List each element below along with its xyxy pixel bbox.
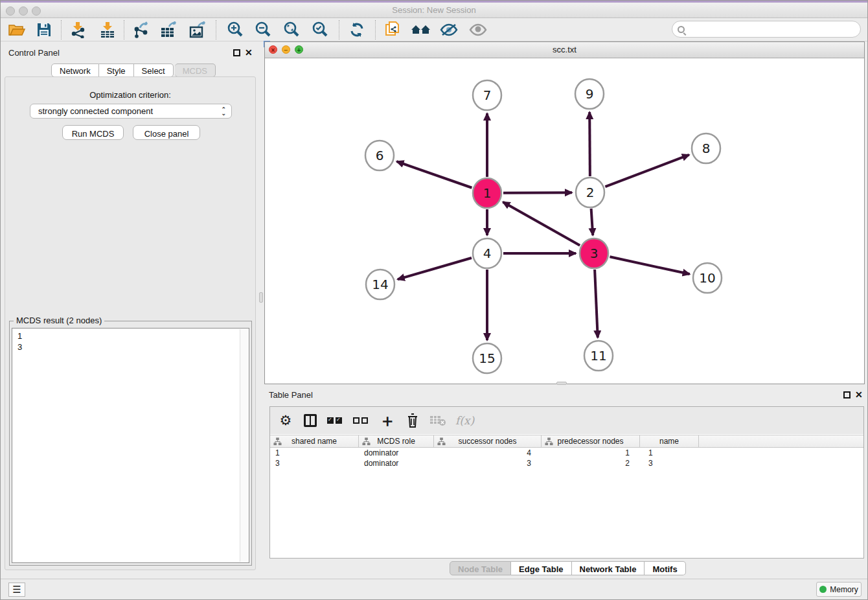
- gear-icon: ⚙: [280, 413, 292, 428]
- zoom-selected-button[interactable]: [308, 20, 332, 40]
- export-image-button[interactable]: [186, 20, 211, 40]
- graph-edge-1-2[interactable]: [503, 192, 572, 193]
- table-panel-header: Table Panel ✕: [261, 388, 868, 402]
- graph-edge-4-14[interactable]: [398, 258, 472, 279]
- network-canvas[interactable]: 7968124314101511: [265, 58, 864, 384]
- graph-node-label-14: 14: [372, 277, 388, 292]
- cell-mcds-role[interactable]: dominator: [359, 459, 434, 469]
- select-all-button[interactable]: [327, 411, 344, 430]
- export-table-button[interactable]: [157, 20, 181, 40]
- toolbar-separator: [375, 20, 376, 40]
- vertical-splitter-handle[interactable]: [259, 292, 263, 303]
- float-table-panel-icon[interactable]: [843, 391, 851, 398]
- search-box[interactable]: [672, 21, 861, 38]
- tab-select[interactable]: Select: [134, 63, 174, 77]
- criterion-dropdown[interactable]: strongly connected component ⌃⌄: [30, 104, 232, 119]
- close-panel-button[interactable]: Close panel: [133, 125, 200, 140]
- tab-network[interactable]: Network: [51, 63, 99, 77]
- export-network-button[interactable]: [129, 20, 154, 40]
- column-header-successor-nodes[interactable]: successor nodes: [434, 435, 542, 447]
- close-table-panel-icon[interactable]: ✕: [855, 389, 863, 400]
- table-row[interactable]: 3 dominator 3 2 3: [270, 459, 863, 469]
- tab-edge-table[interactable]: Edge Table: [511, 561, 571, 575]
- function-icon: f(x): [455, 414, 474, 427]
- column-header-name[interactable]: name: [640, 435, 699, 447]
- zoom-in-button[interactable]: [223, 20, 247, 40]
- search-icon: [678, 26, 685, 33]
- cell-name[interactable]: 3: [640, 459, 699, 469]
- cell-predecessor-nodes[interactable]: 1: [542, 448, 640, 459]
- cell-name[interactable]: 1: [640, 448, 699, 459]
- show-preview-button[interactable]: [466, 20, 490, 40]
- criterion-value: strongly connected component: [38, 106, 221, 116]
- graph-node-label-3: 3: [590, 246, 599, 261]
- task-history-button[interactable]: ☰: [8, 583, 25, 597]
- graph-edge-2-9[interactable]: [589, 112, 590, 176]
- float-panel-icon[interactable]: [233, 49, 240, 56]
- cell-shared-name[interactable]: 3: [270, 459, 359, 469]
- toolbar-separator: [124, 20, 124, 40]
- status-bar: ☰ Memory: [1, 579, 867, 599]
- table-row[interactable]: 1 dominator 4 1 1: [270, 448, 863, 459]
- zoom-out-button[interactable]: [251, 20, 275, 40]
- network-window-titlebar[interactable]: × − + scc.txt: [265, 42, 864, 58]
- hierarchy-icon: [273, 437, 282, 446]
- cell-predecessor-nodes[interactable]: 2: [542, 459, 640, 469]
- cell-successor-nodes[interactable]: 3: [434, 459, 542, 469]
- mcds-result-text[interactable]: 1 3: [12, 328, 249, 563]
- node-table-container: ⚙ ＋: [269, 406, 864, 559]
- titlebar[interactable]: Session: New Session: [1, 3, 867, 18]
- close-panel-icon[interactable]: ✕: [245, 47, 253, 58]
- column-header-predecessor-nodes[interactable]: predecessor nodes: [542, 435, 640, 447]
- network-graph[interactable]: 7968124314101511: [265, 58, 864, 384]
- column-header-shared-name[interactable]: shared name: [270, 435, 359, 447]
- tab-network-table[interactable]: Network Table: [572, 561, 645, 575]
- column-header-mcds-role[interactable]: MCDS role: [359, 435, 434, 447]
- hide-unselected-button[interactable]: [437, 20, 461, 40]
- horizontal-splitter-handle[interactable]: [556, 382, 567, 385]
- graph-edge-3-10[interactable]: [610, 257, 689, 274]
- graph-node-label-6: 6: [376, 148, 384, 163]
- graph-node-label-15: 15: [479, 351, 495, 366]
- tab-mcds[interactable]: MCDS: [175, 63, 216, 77]
- duplicate-network-button[interactable]: [380, 20, 405, 40]
- table-settings-button[interactable]: ⚙: [278, 411, 293, 430]
- search-input[interactable]: [688, 23, 860, 36]
- run-mcds-button[interactable]: Run MCDS: [62, 125, 124, 140]
- home-neighbors-button[interactable]: [409, 20, 433, 40]
- import-table-button[interactable]: [95, 20, 120, 40]
- tab-style[interactable]: Style: [99, 63, 134, 77]
- graph-node-label-4: 4: [483, 246, 492, 261]
- graph-edge-1-6[interactable]: [396, 161, 472, 188]
- refresh-button[interactable]: [345, 20, 369, 40]
- memory-button[interactable]: Memory: [816, 582, 862, 597]
- refresh-icon: [348, 21, 365, 38]
- tab-motifs[interactable]: Motifs: [645, 561, 685, 575]
- hierarchy-icon: [362, 437, 371, 446]
- column-view-button[interactable]: [303, 411, 318, 430]
- graph-edge-3-11[interactable]: [595, 270, 598, 338]
- open-session-button[interactable]: [5, 20, 29, 40]
- graph-edge-3-1[interactable]: [503, 202, 580, 246]
- table-body: 1 dominator 4 1 1 3 dominator 3 2 3: [270, 448, 863, 558]
- add-row-button[interactable]: ＋: [379, 411, 396, 430]
- function-builder-button[interactable]: f(x): [455, 411, 474, 430]
- graph-edge-2-8[interactable]: [605, 155, 689, 187]
- cell-mcds-role[interactable]: dominator: [359, 448, 434, 459]
- table-header-row: shared name MCDS role successor nodes: [270, 435, 863, 448]
- tab-node-table[interactable]: Node Table: [450, 561, 511, 575]
- deselect-all-icon: [353, 416, 370, 426]
- control-panel-title: Control Panel: [8, 48, 60, 58]
- deselect-all-button[interactable]: [353, 411, 370, 430]
- delete-row-button[interactable]: [405, 411, 420, 430]
- graph-node-label-9: 9: [586, 86, 594, 102]
- result-scrollbar[interactable]: [240, 329, 248, 562]
- zoom-fit-button[interactable]: [279, 20, 304, 40]
- delete-table-button[interactable]: [429, 411, 446, 430]
- import-network-button[interactable]: [65, 20, 90, 40]
- cell-shared-name[interactable]: 1: [270, 448, 359, 459]
- cell-successor-nodes[interactable]: 4: [434, 448, 542, 459]
- save-session-button[interactable]: [32, 20, 56, 40]
- graph-edge-2-3[interactable]: [591, 209, 593, 235]
- open-folder-icon: [8, 22, 26, 38]
